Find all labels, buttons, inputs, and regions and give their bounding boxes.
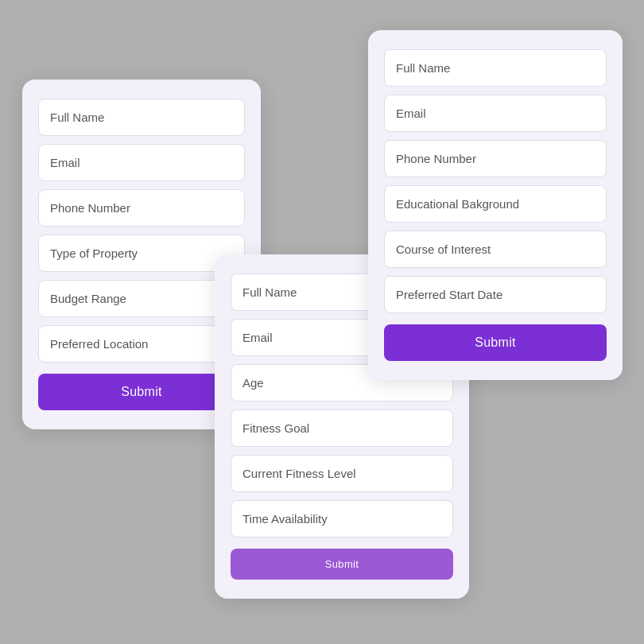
course-of-interest-input[interactable] bbox=[384, 231, 607, 268]
email-input-3[interactable] bbox=[384, 95, 607, 132]
time-availability-input[interactable] bbox=[231, 500, 453, 537]
preferred-location-input[interactable] bbox=[38, 325, 245, 363]
fitness-goal-input[interactable] bbox=[231, 409, 453, 447]
education-form: Submit bbox=[368, 30, 623, 380]
fitness-level-input[interactable] bbox=[231, 455, 453, 492]
preferred-start-date-input[interactable] bbox=[384, 276, 607, 313]
property-type-input[interactable] bbox=[38, 235, 245, 272]
phone-input-1[interactable] bbox=[38, 189, 245, 227]
budget-range-input[interactable] bbox=[38, 280, 245, 317]
submit-button-3[interactable]: Submit bbox=[384, 324, 607, 361]
full-name-input-1[interactable] bbox=[38, 99, 245, 136]
full-name-input-3[interactable] bbox=[384, 49, 607, 87]
phone-input-3[interactable] bbox=[384, 140, 607, 177]
submit-button-1[interactable]: Submit bbox=[38, 374, 245, 410]
email-input-1[interactable] bbox=[38, 144, 245, 181]
submit-button-2[interactable]: Submit bbox=[231, 549, 453, 580]
educational-background-input[interactable] bbox=[384, 185, 607, 223]
